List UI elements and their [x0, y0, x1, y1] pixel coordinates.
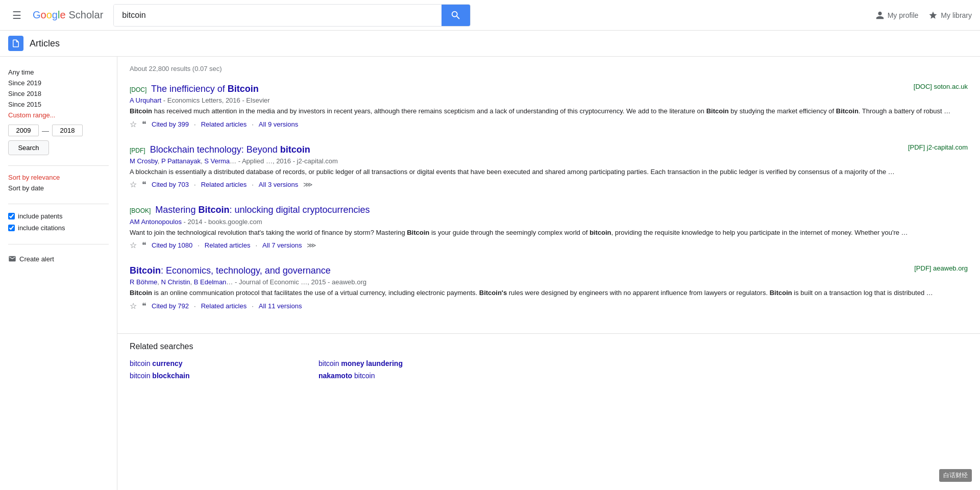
custom-range-filter[interactable]: Custom range...	[8, 110, 109, 120]
since-2018-filter[interactable]: Since 2018	[8, 88, 109, 99]
result-title-bold-4: Bitcoin	[130, 265, 161, 276]
result-source-2[interactable]: [PDF] j2-capital.com	[908, 143, 968, 151]
result-title-4[interactable]: Bitcoin: Economics, technology, and gove…	[130, 264, 331, 277]
result-title-3[interactable]: [BOOK] Mastering Bitcoin: unlocking digi…	[130, 204, 370, 216]
author-link-4b[interactable]: N Christin	[161, 278, 190, 286]
cite-icon-3[interactable]: ❝	[142, 240, 146, 250]
header-right: My profile My library	[875, 11, 972, 20]
related-search-4[interactable]: nakamoto bitcoin	[318, 372, 487, 380]
main-layout: Any time Since 2019 Since 2018 Since 201…	[0, 57, 980, 490]
author-link-2c[interactable]: S Verma	[204, 157, 230, 165]
related-3[interactable]: Related articles	[205, 241, 251, 249]
menu-icon[interactable]: ☰	[8, 5, 26, 26]
result-authors-4: R Böhme, N Christin, B Edelman… - Journa…	[130, 278, 968, 286]
header: ☰ Google Scholar My profile My library	[0, 0, 980, 31]
author-link-3[interactable]: AM Antonopoulos	[130, 218, 182, 226]
sidebar-divider-1	[8, 165, 109, 166]
table-row: Bitcoin: Economics, technology, and gove…	[130, 264, 968, 311]
google-logo: Google	[33, 9, 66, 21]
related-search-3[interactable]: bitcoin blockchain	[130, 372, 298, 380]
star-icon-3[interactable]: ☆	[130, 240, 137, 250]
result-header-1: [DOC] The inefficiency of Bitcoin [DOC] …	[130, 83, 968, 95]
include-patents-row[interactable]: include patents	[8, 210, 109, 222]
result-title-prefix-1: The inefficiency of	[151, 84, 228, 94]
year-from-input[interactable]	[8, 125, 39, 136]
result-title-2[interactable]: [PDF] Blockchain technology: Beyond bitc…	[130, 143, 310, 156]
include-patents-checkbox[interactable]	[8, 213, 15, 219]
filter-section: include patents include citations	[8, 210, 109, 234]
result-title-1[interactable]: [DOC] The inefficiency of Bitcoin	[130, 83, 259, 95]
related-4[interactable]: Related articles	[201, 302, 247, 310]
author-info-2: - Applied …, 2016 - j2-capital.com	[238, 157, 338, 165]
star-icon-4[interactable]: ☆	[130, 301, 137, 311]
search-range-button[interactable]: Search	[8, 140, 49, 155]
versions-1[interactable]: All 9 versions	[259, 120, 298, 128]
envelope-icon	[8, 255, 16, 263]
result-actions-2: ☆ ❝ Cited by 703 · Related articles · Al…	[130, 180, 968, 189]
author-link-2b[interactable]: P Pattanayak	[161, 157, 201, 165]
author-link-4c[interactable]: B Edelman	[194, 278, 227, 286]
since-2015-filter[interactable]: Since 2015	[8, 99, 109, 110]
cite-icon-2[interactable]: ❝	[142, 180, 146, 189]
author-link-2a[interactable]: M Crosby	[130, 157, 158, 165]
include-citations-checkbox[interactable]	[8, 225, 15, 231]
result-actions-4: ☆ ❝ Cited by 792 · Related articles · Al…	[130, 301, 968, 311]
search-form	[113, 4, 471, 27]
year-to-input[interactable]	[52, 125, 83, 136]
result-title-bold-3: Bitcoin	[198, 205, 229, 215]
result-snippet-4: Bitcoin is an online communication proto…	[130, 288, 968, 298]
result-header-3: [BOOK] Mastering Bitcoin: unlocking digi…	[130, 204, 968, 216]
sort-by-date[interactable]: Sort by date	[8, 183, 109, 193]
cite-icon-1[interactable]: ❝	[142, 119, 146, 129]
star-icon-1[interactable]: ☆	[130, 119, 137, 129]
my-library-link[interactable]: My library	[928, 11, 972, 20]
result-source-4[interactable]: [PDF] aeaweb.org	[914, 264, 968, 272]
include-citations-row[interactable]: include citations	[8, 222, 109, 234]
cite-icon-4[interactable]: ❝	[142, 301, 146, 311]
search-input[interactable]	[114, 5, 442, 26]
versions-2[interactable]: All 3 versions	[259, 181, 298, 188]
year-dash: —	[42, 127, 49, 135]
related-searches-grid: bitcoin currency bitcoin money launderin…	[130, 359, 487, 380]
any-time-filter[interactable]: Any time	[8, 67, 109, 78]
sidebar-divider-3	[8, 244, 109, 244]
cited-by-2[interactable]: Cited by 703	[152, 181, 189, 188]
more-icon-2[interactable]: ⋙	[303, 181, 312, 188]
sidebar: Any time Since 2019 Since 2018 Since 201…	[0, 57, 117, 490]
cited-by-4[interactable]: Cited by 792	[152, 302, 189, 310]
table-row: [PDF] Blockchain technology: Beyond bitc…	[130, 143, 968, 190]
versions-4[interactable]: All 11 versions	[259, 302, 302, 310]
author-link-4a[interactable]: R Böhme	[130, 278, 157, 286]
related-2[interactable]: Related articles	[201, 181, 247, 188]
cited-by-3[interactable]: Cited by 1080	[152, 241, 192, 249]
date-filter-section: Any time Since 2019 Since 2018 Since 201…	[8, 67, 109, 155]
result-source-1[interactable]: [DOC] soton.ac.uk	[914, 83, 968, 90]
profile-icon	[875, 11, 885, 20]
author-info-1: - Economics Letters, 2016 - Elsevier	[163, 96, 270, 104]
more-icon-3[interactable]: ⋙	[307, 241, 316, 249]
author-info-4: - Journal of Economic …, 2015 - aeaweb.o…	[235, 278, 366, 286]
sort-by-relevance[interactable]: Sort by relevance	[8, 172, 109, 183]
results-stats: About 22,800 results (0.07 sec)	[130, 65, 968, 72]
since-2019-filter[interactable]: Since 2019	[8, 78, 109, 88]
versions-3[interactable]: All 7 versions	[262, 241, 302, 249]
related-search-2[interactable]: bitcoin money laundering	[318, 359, 487, 368]
result-type-3: [BOOK]	[130, 207, 151, 214]
scholar-text: Scholar	[69, 9, 104, 21]
table-row: [DOC] The inefficiency of Bitcoin [DOC] …	[130, 83, 968, 129]
results-container: About 22,800 results (0.07 sec) [DOC] Th…	[117, 57, 980, 490]
result-snippet-2: A blockchain is essentially a distribute…	[130, 167, 968, 177]
my-profile-link[interactable]: My profile	[875, 11, 919, 20]
result-header-4: Bitcoin: Economics, technology, and gove…	[130, 264, 968, 277]
result-authors-3: AM Antonopoulos - 2014 - books.google.co…	[130, 218, 968, 226]
search-button[interactable]	[442, 5, 470, 26]
cited-by-1[interactable]: Cited by 399	[152, 120, 189, 128]
related-1[interactable]: Related articles	[201, 120, 247, 128]
create-alert-link[interactable]: Create alert	[8, 251, 109, 267]
author-link-1[interactable]: A Urquhart	[130, 96, 161, 104]
result-snippet-3: Want to join the technological revolutio…	[130, 228, 968, 238]
star-icon-2[interactable]: ☆	[130, 180, 137, 189]
logo-link[interactable]: Google Scholar	[33, 9, 103, 21]
related-search-1[interactable]: bitcoin currency	[130, 359, 298, 368]
related-searches-section: Related searches bitcoin currency bitcoi…	[117, 333, 980, 388]
